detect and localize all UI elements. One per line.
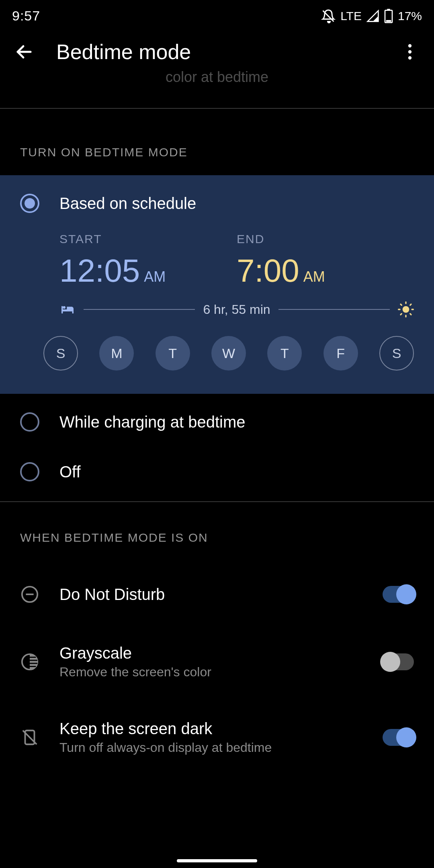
- status-bar: 9:57 LTE 17%: [0, 0, 434, 28]
- svg-line-11: [401, 304, 401, 305]
- option-dnd-title: Do Not Disturb: [59, 585, 362, 604]
- end-label: END: [237, 232, 414, 246]
- svg-point-5: [408, 44, 411, 47]
- section-when-on-label: When Bedtime mode is on: [0, 502, 434, 561]
- option-grayscale[interactable]: Grayscale Remove the screen's color: [0, 624, 434, 700]
- start-ampm: AM: [144, 268, 166, 285]
- day-wed[interactable]: W: [211, 336, 246, 371]
- battery-icon: [384, 9, 393, 23]
- radio-off-label: Off: [59, 463, 81, 481]
- option-screen-dark-title: Keep the screen dark: [59, 720, 362, 738]
- start-label: START: [59, 232, 237, 246]
- days-row: S M T W T F S: [20, 317, 414, 371]
- mode-option-schedule[interactable]: Based on schedule START 12:05 AM END 7:0…: [0, 175, 434, 394]
- svg-rect-3: [386, 20, 391, 22]
- screen-off-icon: [20, 728, 39, 747]
- back-button[interactable]: [12, 40, 36, 64]
- option-screen-dark[interactable]: Keep the screen dark Turn off always-on …: [0, 700, 434, 775]
- start-time-picker[interactable]: START 12:05 AM: [59, 232, 237, 289]
- svg-line-16: [410, 304, 411, 305]
- option-grayscale-sub: Remove the screen's color: [59, 662, 362, 680]
- grayscale-icon: [20, 652, 39, 671]
- battery-pct: 17%: [398, 9, 422, 23]
- svg-line-12: [410, 314, 411, 315]
- svg-line-15: [401, 314, 401, 315]
- page-title: Bedtime mode: [56, 40, 378, 64]
- mode-option-charging[interactable]: While charging at bedtime: [0, 394, 434, 450]
- toggle-screen-dark[interactable]: [383, 729, 414, 746]
- signal-icon: [366, 10, 379, 23]
- end-time-picker[interactable]: END 7:00 AM: [237, 232, 414, 289]
- option-dnd[interactable]: Do Not Disturb: [0, 565, 434, 624]
- toggle-dnd[interactable]: [383, 586, 414, 603]
- svg-point-8: [403, 306, 409, 313]
- svg-rect-2: [387, 9, 390, 10]
- bed-icon: [59, 301, 76, 317]
- day-sun[interactable]: S: [43, 336, 78, 371]
- mode-option-off[interactable]: Off: [0, 450, 434, 500]
- dnd-icon: [20, 585, 39, 604]
- dnd-off-icon: [321, 9, 336, 23]
- day-sat[interactable]: S: [379, 336, 414, 371]
- option-grayscale-title: Grayscale: [59, 644, 362, 662]
- radio-off[interactable]: [20, 462, 39, 481]
- radio-charging-label: While charging at bedtime: [59, 413, 245, 431]
- duration-text: 6 hr, 55 min: [203, 302, 270, 317]
- network-type: LTE: [340, 9, 362, 23]
- end-ampm: AM: [303, 268, 325, 285]
- day-tue[interactable]: T: [156, 336, 190, 371]
- sun-icon: [398, 301, 414, 317]
- radio-charging[interactable]: [20, 412, 39, 432]
- day-fri[interactable]: F: [323, 336, 358, 371]
- toggle-grayscale[interactable]: [383, 653, 414, 670]
- status-right: LTE 17%: [321, 9, 422, 23]
- end-time-value: 7:00: [237, 252, 299, 289]
- scrolled-hint-text: color at bedtime: [0, 69, 434, 89]
- option-screen-dark-sub: Turn off always-on display at bedtime: [59, 738, 362, 755]
- more-button[interactable]: [398, 40, 422, 64]
- status-time: 9:57: [12, 8, 40, 24]
- radio-schedule[interactable]: [20, 194, 39, 213]
- nav-handle[interactable]: [177, 859, 257, 862]
- duration-row: 6 hr, 55 min: [20, 289, 414, 317]
- radio-schedule-label: Based on schedule: [59, 194, 196, 213]
- svg-point-7: [408, 56, 411, 59]
- day-mon[interactable]: M: [99, 336, 134, 371]
- start-time-value: 12:05: [59, 252, 140, 289]
- day-thu[interactable]: T: [267, 336, 302, 371]
- section-turn-on-label: Turn on Bedtime mode: [0, 108, 434, 175]
- svg-point-6: [408, 50, 411, 53]
